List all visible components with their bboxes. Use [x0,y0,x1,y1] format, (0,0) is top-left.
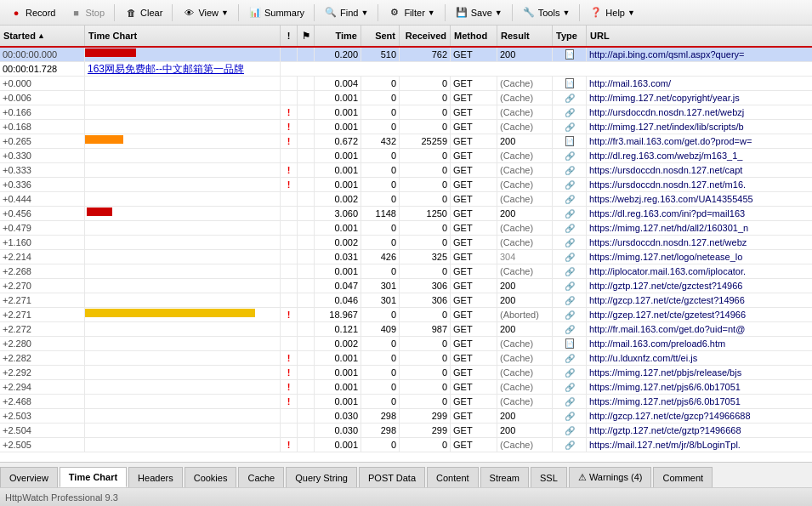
col-flag2[interactable]: ⚑ [298,26,315,46]
table-row[interactable]: +2.214 0.031 426 325 GET 304 🔗 https://m… [0,250,812,264]
cell-url: http://dl.reg.163.com/webzj/m163_1_ [587,149,812,162]
table-row[interactable]: +2.294 ! 0.001 0 0 GET (Cache) 🔗 https:/… [0,380,812,395]
cell-result: (Cache) [497,264,553,278]
cell-started: +2.292 [0,366,85,379]
cell-type: 🔗 [553,178,587,191]
view-button[interactable]: 👁 View ▼ [176,3,235,23]
table-row[interactable]: +2.271 ! 18.967 0 0 GET (Aborted) 🔗 http… [0,308,812,322]
cell-flag1: ! [281,105,298,119]
clear-label: Clear [140,8,162,18]
table-row[interactable]: +2.271 0.046 301 306 GET 200 🔗 http://gz… [0,293,812,308]
filter-button[interactable]: ⚙ Filter ▼ [382,3,440,23]
cell-started: 00:00:01.728 [0,62,85,76]
table-row[interactable]: +0.456 3.060 1148 1250 GET 200 🔗 https:/… [0,207,812,221]
cell-result: (Cache) [497,337,553,350]
cell-started: +2.294 [0,380,85,394]
cell-flag1: ! [281,395,298,408]
tab-query-string[interactable]: Query String [286,467,357,487]
col-time[interactable]: Time [315,26,361,46]
cell-flag2 [298,178,315,191]
tab-comment[interactable]: Comment [653,467,713,487]
table-row[interactable]: +2.280 0.002 0 0 GET (Cache) 📄 http://ma… [0,337,812,351]
table-row[interactable]: +2.504 0.030 298 299 GET 200 🔗 http://gz… [0,424,812,438]
cell-flag1 [281,322,298,336]
help-icon: ❓ [589,6,603,20]
find-button[interactable]: 🔍 Find ▼ [318,3,374,23]
tab-post-data[interactable]: POST Data [359,467,425,487]
tab-cookies[interactable]: Cookies [185,467,237,487]
cell-sent: 0 [361,105,400,119]
cell-flag1 [281,149,298,162]
cell-sent: 0 [361,149,400,162]
table-row[interactable]: 00:00:00.000 0.200 510 762 GET 200 📄 htt… [0,48,812,62]
table-row[interactable]: +0.479 0.001 0 0 GET (Cache) 🔗 https://m… [0,221,812,236]
table-row[interactable]: +2.268 0.001 0 0 GET (Cache) 🔗 http://ip… [0,264,812,279]
table-row[interactable]: +2.468 ! 0.001 0 0 GET (Cache) 🔗 https:/… [0,395,812,409]
stop-button[interactable]: ■ Stop [63,3,111,23]
cell-flag2 [298,221,315,235]
col-timechart[interactable]: Time Chart [85,26,281,46]
cell-time: 0.001 [315,366,361,379]
cell-url: https://dl.reg.163.com/ini?pd=mail163 [587,207,812,220]
save-button[interactable]: 💾 Save ▼ [449,3,508,23]
table-row[interactable]: +0.166 ! 0.001 0 0 GET (Cache) 🔗 http://… [0,105,812,120]
table-row[interactable]: +2.505 ! 0.001 0 0 GET (Cache) 🔗 https:/… [0,438,812,452]
tools-button[interactable]: 🔧 Tools ▼ [516,3,576,23]
col-received[interactable]: Received [400,26,451,46]
col-method[interactable]: Method [451,26,497,46]
cell-time: 0.030 [315,424,361,437]
table-row[interactable]: +0.444 0.002 0 0 GET (Cache) 🔗 https://w… [0,192,812,207]
col-flag1[interactable]: ! [281,26,298,46]
cell-result: (Cache) [497,236,553,249]
tab-headers[interactable]: Headers [128,467,183,487]
table-row[interactable]: +0.000 0.004 0 0 GET (Cache) 📄 http://ma… [0,77,812,91]
record-button[interactable]: ● Record [3,3,61,23]
table-row[interactable]: +2.282 ! 0.001 0 0 GET (Cache) 🔗 http://… [0,351,812,366]
summary-button[interactable]: 📊 Summary [242,3,310,23]
clear-button[interactable]: 🗑 Clear [118,3,168,23]
cell-chart [85,120,281,134]
cell-flag1 [281,424,298,437]
cell-result: (Cache) [497,351,553,365]
cell-url: http://gzep.127.net/cte/gzetest?14966 [587,308,812,321]
cell-chart [85,236,281,249]
table-row[interactable]: +0.006 0.001 0 0 GET (Cache) 🔗 http://mi… [0,91,812,105]
find-label: Find [340,8,358,18]
col-url[interactable]: URL [587,26,757,46]
tab-ssl[interactable]: SSL [531,467,567,487]
table-row[interactable]: +2.292 ! 0.001 0 0 GET (Cache) 🔗 https:/… [0,366,812,380]
tab-time-chart[interactable]: Time Chart [60,467,127,487]
col-started[interactable]: Started ▲ [0,26,85,46]
tab---warnings--4-[interactable]: ⚠ Warnings (4) [569,467,652,487]
separator-6 [445,4,446,21]
tab-content[interactable]: Content [427,467,479,487]
table-row[interactable]: +2.270 0.047 301 306 GET 200 🔗 http://gz… [0,279,812,293]
cell-chart [85,264,281,278]
table-row[interactable]: +2.272 0.121 409 987 GET 200 🔗 http://fr… [0,322,812,337]
col-sent[interactable]: Sent [361,26,400,46]
table-row[interactable]: 00:00:01.728 163网易免费邮--中文邮箱第一品牌 [0,62,812,77]
table-row[interactable]: +0.333 ! 0.001 0 0 GET (Cache) 🔗 https:/… [0,163,812,178]
help-button[interactable]: ❓ Help ▼ [583,3,641,23]
cell-time: 0.001 [315,120,361,134]
table-row[interactable]: +2.503 0.030 298 299 GET 200 🔗 http://gz… [0,409,812,424]
cell-time: 0.002 [315,236,361,249]
cell-flag2 [298,395,315,408]
tab-overview[interactable]: Overview [0,467,58,487]
col-timechart-label: Time Chart [88,31,137,41]
cell-result: (Cache) [497,380,553,394]
cell-url: https://mimg.127.net/pbjs/release/bjs [587,366,812,379]
cell-flag2 [298,77,315,90]
tab-cache[interactable]: Cache [238,467,284,487]
tab-stream[interactable]: Stream [480,467,529,487]
cell-started: +2.268 [0,264,85,278]
col-result[interactable]: Result [497,26,553,46]
cell-received: 0 [400,351,451,365]
table-row[interactable]: +0.336 ! 0.001 0 0 GET (Cache) 🔗 https:/… [0,178,812,192]
table-row[interactable]: +0.168 ! 0.001 0 0 GET (Cache) 🔗 http://… [0,120,812,134]
cell-time: 0.002 [315,337,361,350]
table-row[interactable]: +1.160 0.002 0 0 GET (Cache) 🔗 https://u… [0,236,812,250]
table-row[interactable]: +0.330 0.001 0 0 GET (Cache) 🔗 http://dl… [0,149,812,163]
col-type[interactable]: Type [553,26,587,46]
table-row[interactable]: +0.265 ! 0.672 432 25259 GET 200 📄 http:… [0,134,812,149]
